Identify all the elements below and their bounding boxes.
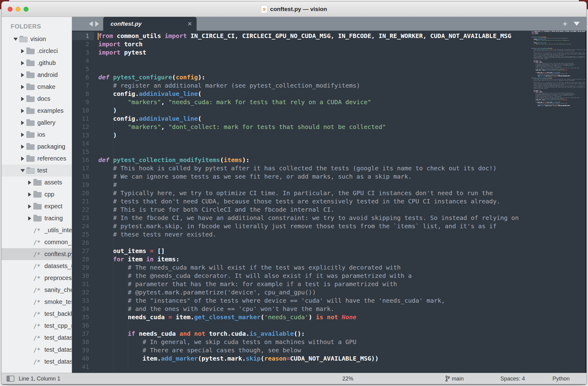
chevron-right-icon[interactable] [21, 97, 24, 101]
line-number: 27 [72, 247, 94, 255]
chevron-right-icon[interactable] [28, 180, 31, 185]
folder-tree: vision.circleci.githubandroidcmakedocsex… [2, 33, 72, 368]
tree-file-conftest.py[interactable]: /*conftest.py [2, 248, 72, 260]
tree-folder-cmake[interactable]: cmake [2, 81, 72, 93]
code-line: 9 "markers", "needs_cuda: mark for tests… [72, 98, 531, 106]
syntax-language[interactable]: Python [552, 376, 570, 382]
tree-file-test_backbor[interactable]: /*test_backbor [2, 308, 72, 320]
line-number: 30 [72, 272, 94, 280]
file-icon: /* [33, 227, 40, 234]
code-line: 34 # and the ones with device == 'cpu' w… [72, 305, 531, 313]
zoom-window-button[interactable] [24, 7, 28, 12]
tab-conftest[interactable]: conftest.py × [103, 17, 197, 31]
code-line: 3import pytest [72, 48, 531, 57]
tree-file-datasets_utils[interactable]: /*datasets_utils [2, 260, 72, 272]
chevron-right-icon[interactable] [21, 61, 24, 65]
scroll-percent: 22% [342, 376, 353, 382]
tree-item-label: assets [44, 179, 62, 186]
tree-file-preprocess-b[interactable]: /*preprocess-b [2, 272, 72, 284]
code-line: 22 # This is true for both CircleCI and … [72, 206, 531, 214]
tree-item-label: .github [37, 59, 56, 66]
folder-icon [26, 96, 35, 102]
tree-file-test_datasets[interactable]: /*test_datasets [2, 332, 72, 344]
code-line: 21 # tests that don't need CUDA, because… [72, 197, 531, 206]
code-line: 17 # This hook is called by pytest after… [72, 164, 531, 172]
chevron-right-icon[interactable] [21, 157, 24, 161]
tree-folder-vision[interactable]: vision [2, 33, 72, 45]
tree-folder-tracing[interactable]: tracing [2, 212, 72, 224]
line-number: 5 [72, 65, 94, 73]
indentation-setting[interactable]: Spaces: 4 [500, 376, 525, 382]
line-number: 39 [72, 346, 94, 354]
chevron-right-icon[interactable] [21, 145, 24, 149]
folder-icon [26, 73, 35, 78]
code-line: 11 config.addinivalue_line( [72, 115, 531, 123]
tree-item-label: test_datasets [44, 358, 72, 365]
tree-item-label: packaging [37, 143, 65, 150]
new-tab-button[interactable]: + [563, 20, 567, 28]
tree-folder-assets[interactable]: assets [2, 176, 72, 188]
tree-folder-.circleci[interactable]: .circleci [2, 45, 72, 57]
chevron-down-icon[interactable] [13, 38, 18, 41]
tree-folder-test[interactable]: test [2, 165, 72, 176]
code-line: 1from common_utils import IN_CIRCLE_CI, … [72, 32, 531, 40]
tree-folder-cpp[interactable]: cpp [2, 188, 72, 200]
tree-file-smoke_test.p[interactable]: /*smoke_test.p [2, 296, 72, 308]
tree-file-test_datasets[interactable]: /*test_datasets [2, 344, 72, 356]
tree-folder-packaging[interactable]: packaging [2, 141, 72, 153]
nav-forward-icon[interactable] [95, 21, 99, 27]
tree-item-label: test_cpp_mo [44, 322, 72, 329]
line-number: 1 [72, 32, 94, 40]
nav-back-icon[interactable] [89, 21, 93, 27]
sidebar-toggle-icon[interactable] [6, 376, 14, 382]
chevron-right-icon[interactable] [28, 192, 31, 197]
folder-icon [26, 144, 35, 150]
chevron-right-icon[interactable] [21, 121, 24, 125]
tree-item-label: .circleci [37, 47, 58, 55]
tree-file-common_utils[interactable]: /*common_utils [2, 236, 72, 248]
tree-item-label: conftest.py [44, 251, 72, 258]
tree-file-_utils_interna[interactable]: /*_utils_interna [2, 224, 72, 236]
code-area[interactable]: 1from common_utils import IN_CIRCLE_CI, … [72, 31, 531, 373]
code-line: 7 # register an additional marker (see p… [72, 81, 531, 90]
code-line [531, 106, 585, 108]
tree-folder-ios[interactable]: ios [2, 129, 72, 141]
chevron-right-icon[interactable] [28, 216, 31, 221]
line-number: 18 [72, 172, 94, 181]
chevron-right-icon[interactable] [21, 49, 24, 53]
chevron-right-icon[interactable] [21, 133, 24, 137]
chevron-right-icon[interactable] [21, 109, 24, 113]
close-window-button[interactable] [8, 7, 13, 12]
tree-folder-expect[interactable]: expect [2, 200, 72, 212]
status-bar: Line 1, Column 1 22% main Spaces: 4 Pyth… [2, 373, 586, 384]
chevron-right-icon[interactable] [21, 85, 24, 89]
tree-item-label: test [37, 167, 47, 174]
tree-folder-references[interactable]: references [2, 153, 72, 165]
chevron-down-icon[interactable] [21, 169, 25, 172]
tree-folder-.github[interactable]: .github [2, 57, 72, 69]
tree-folder-android[interactable]: android [2, 69, 72, 81]
overflow-menu-icon[interactable] [574, 22, 580, 26]
tree-file-test_cpp_mo[interactable]: /*test_cpp_mo [2, 320, 72, 332]
tree-item-label: ios [37, 131, 45, 138]
chevron-right-icon[interactable] [28, 204, 31, 209]
chevron-right-icon[interactable] [21, 73, 24, 77]
folder-icon [33, 216, 42, 221]
line-number: 3 [72, 48, 94, 57]
folder-icon [26, 61, 35, 66]
tree-folder-gallery[interactable]: gallery [2, 117, 72, 129]
folder-icon [33, 192, 42, 198]
tree-item-label: examples [37, 107, 64, 114]
tree-file-test_datasets[interactable]: /*test_datasets [2, 356, 72, 368]
git-branch[interactable]: main [445, 376, 464, 382]
minimap[interactable]: from common_utils import IN_CIRCLE_CI, C… [531, 31, 585, 373]
minimize-window-button[interactable] [16, 7, 21, 12]
tree-folder-docs[interactable]: docs [2, 93, 72, 105]
close-icon[interactable]: × [188, 21, 192, 27]
code-line: 30 # the @needs_cuda decorator. It will … [72, 272, 531, 280]
tree-file-sanity_checks[interactable]: /*sanity_checks [2, 284, 72, 296]
folder-icon [26, 108, 35, 114]
line-number: 8 [72, 90, 94, 98]
tree-folder-examples[interactable]: examples [2, 105, 72, 117]
line-number: 16 [72, 156, 94, 164]
